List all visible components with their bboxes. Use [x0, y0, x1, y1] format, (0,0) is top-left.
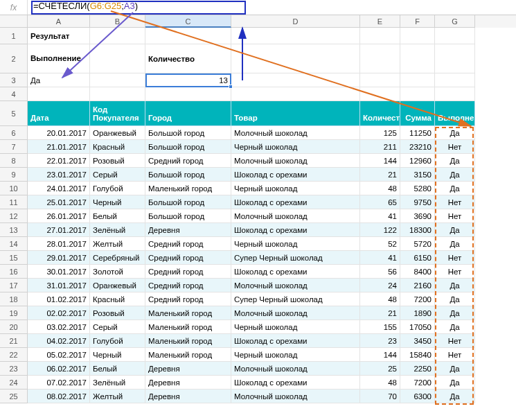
cell-done[interactable]: Да: [435, 223, 475, 237]
cell-city[interactable]: Средний город: [145, 279, 231, 292]
cell-city[interactable]: Большой город: [145, 126, 231, 140]
cell-buyer[interactable]: Голубой: [90, 182, 145, 195]
row-header[interactable]: 1: [0, 28, 28, 44]
row-header[interactable]: 6: [0, 126, 28, 140]
data-header-date[interactable]: Дата: [28, 101, 90, 126]
cell-buyer[interactable]: Черный: [90, 195, 145, 209]
cell-product[interactable]: Шоколад с орехами: [231, 265, 360, 279]
cell[interactable]: [28, 87, 90, 101]
cell-qty[interactable]: 24: [360, 279, 400, 292]
cell[interactable]: [435, 87, 475, 101]
cell-sum[interactable]: 3450: [400, 334, 435, 348]
cell-date[interactable]: 05.02.2017: [28, 348, 90, 362]
cell-buyer[interactable]: Красный: [90, 292, 145, 306]
cell-a2[interactable]: Выполнение: [28, 44, 90, 73]
row-header[interactable]: 2: [0, 44, 28, 73]
cell-c3-selected[interactable]: 13: [145, 73, 231, 87]
cell-buyer[interactable]: Желтый: [90, 390, 145, 403]
cell-product[interactable]: Молочный шоколад: [231, 126, 360, 140]
cell-qty[interactable]: 56: [360, 265, 400, 279]
cell-qty[interactable]: 211: [360, 140, 400, 154]
cell-qty[interactable]: 48: [360, 292, 400, 306]
cell-sum[interactable]: 7200: [400, 376, 435, 390]
data-header-buyer[interactable]: Код Покупателя: [90, 101, 145, 126]
cell-product[interactable]: Шоколад с орехами: [231, 223, 360, 237]
cell-product[interactable]: Шоколад с орехами: [231, 195, 360, 209]
cell-sum[interactable]: 9750: [400, 195, 435, 209]
cell-qty[interactable]: 144: [360, 348, 400, 362]
cell-done[interactable]: Да: [435, 362, 475, 376]
cell-buyer[interactable]: Зелёный: [90, 223, 145, 237]
cell-product[interactable]: Шоколад с орехами: [231, 376, 360, 390]
cell[interactable]: [145, 28, 231, 44]
cell-sum[interactable]: 3690: [400, 209, 435, 223]
cell-date[interactable]: 24.01.2017: [28, 182, 90, 195]
cell-done[interactable]: Нет: [435, 209, 475, 223]
cell-sum[interactable]: 6300: [400, 390, 435, 403]
cell-done[interactable]: Нет: [435, 251, 475, 265]
cell-sum[interactable]: 5280: [400, 182, 435, 195]
cell[interactable]: [231, 73, 360, 87]
cell-city[interactable]: Средний город: [145, 154, 231, 168]
cell-city[interactable]: Маленький город: [145, 320, 231, 334]
cell-date[interactable]: 26.01.2017: [28, 209, 90, 223]
cell-done[interactable]: Нет: [435, 140, 475, 154]
fx-icon[interactable]: fx: [0, 0, 28, 15]
cell-buyer[interactable]: Зелёный: [90, 376, 145, 390]
cell-buyer[interactable]: Желтый: [90, 237, 145, 251]
cell-qty[interactable]: 25: [360, 362, 400, 376]
cell-done[interactable]: Да: [435, 182, 475, 195]
cell-done[interactable]: Да: [435, 237, 475, 251]
cell-city[interactable]: Деревня: [145, 390, 231, 403]
cell-qty[interactable]: 48: [360, 182, 400, 195]
cell-sum[interactable]: 8400: [400, 265, 435, 279]
cell-qty[interactable]: 122: [360, 223, 400, 237]
cell-sum[interactable]: 17050: [400, 320, 435, 334]
row-header[interactable]: 16: [0, 265, 28, 279]
cell-date[interactable]: 22.01.2017: [28, 154, 90, 168]
cell-date[interactable]: 02.02.2017: [28, 306, 90, 320]
cell-city[interactable]: Средний город: [145, 292, 231, 306]
cell-qty[interactable]: 41: [360, 209, 400, 223]
cell-city[interactable]: Маленький город: [145, 182, 231, 195]
cell-date[interactable]: 20.01.2017: [28, 126, 90, 140]
cell-product[interactable]: Молочный шоколад: [231, 390, 360, 403]
cell-city[interactable]: Большой город: [145, 209, 231, 223]
cell-qty[interactable]: 48: [360, 376, 400, 390]
row-header[interactable]: 5: [0, 101, 28, 126]
cell-product[interactable]: Черный шоколад: [231, 182, 360, 195]
cell-done[interactable]: Да: [435, 292, 475, 306]
cell-sum[interactable]: 2250: [400, 362, 435, 376]
row-header[interactable]: 18: [0, 292, 28, 306]
cell-product[interactable]: Молочный шоколад: [231, 154, 360, 168]
cell-buyer[interactable]: Оранжевый: [90, 279, 145, 292]
row-header[interactable]: 15: [0, 251, 28, 265]
row-header[interactable]: 3: [0, 73, 28, 87]
cell-date[interactable]: 03.02.2017: [28, 320, 90, 334]
cell-qty[interactable]: 21: [360, 306, 400, 320]
cell[interactable]: [145, 87, 231, 101]
cell[interactable]: [435, 44, 475, 73]
cell-date[interactable]: 21.01.2017: [28, 140, 90, 154]
cell[interactable]: [360, 44, 400, 73]
cell-product[interactable]: Молочный шоколад: [231, 279, 360, 292]
cell-product[interactable]: Черный шоколад: [231, 348, 360, 362]
cell-qty[interactable]: 70: [360, 390, 400, 403]
cell-sum[interactable]: 6150: [400, 251, 435, 265]
cell-buyer[interactable]: Белый: [90, 362, 145, 376]
cell[interactable]: [231, 87, 360, 101]
corner-cell[interactable]: [0, 15, 28, 28]
cell-city[interactable]: Средний город: [145, 265, 231, 279]
cell-done[interactable]: Да: [435, 376, 475, 390]
spreadsheet-grid[interactable]: 1 Результат 2 Выполнение Количество 3 Да…: [0, 28, 516, 403]
cell[interactable]: [90, 73, 145, 87]
cell-buyer[interactable]: Серебряный: [90, 251, 145, 265]
row-header[interactable]: 7: [0, 140, 28, 154]
cell-product[interactable]: Молочный шоколад: [231, 306, 360, 320]
data-header-qty[interactable]: Количество: [360, 101, 400, 126]
cell[interactable]: [231, 28, 360, 44]
cell[interactable]: [360, 87, 400, 101]
cell-buyer[interactable]: Золотой: [90, 265, 145, 279]
cell-buyer[interactable]: Черный: [90, 348, 145, 362]
cell-product[interactable]: Шоколад с орехами: [231, 334, 360, 348]
